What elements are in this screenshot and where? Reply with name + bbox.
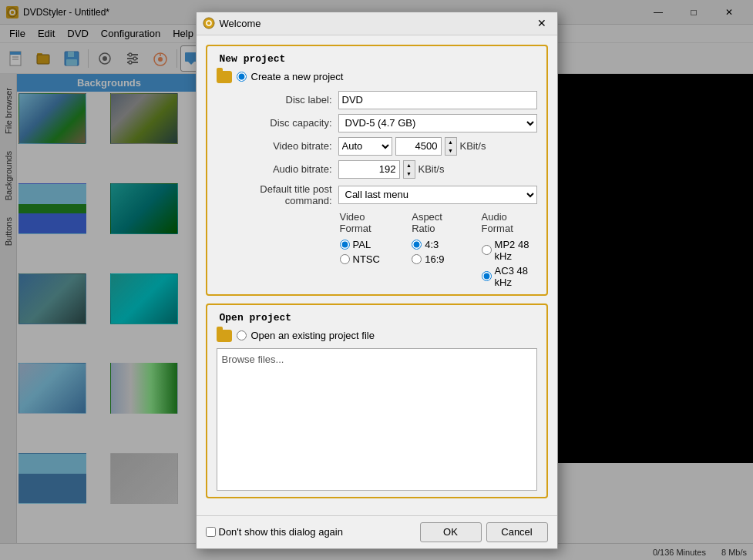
audio-bitrate-spinner: ▲ ▼: [403, 160, 415, 179]
new-project-label: New project: [217, 53, 289, 65]
4x3-radio-row: 4:3: [412, 239, 458, 250]
audio-bitrate-down[interactable]: ▼: [404, 169, 415, 178]
4x3-label[interactable]: 4:3: [425, 239, 439, 250]
dialog-footer: Don't show this dialog again OK Cancel: [197, 515, 557, 548]
format-options-row: Video Format PAL NTSC Aspect Ratio: [340, 211, 537, 288]
video-bitrate-text: Video bitrate:: [217, 140, 332, 152]
create-radio-label[interactable]: Create a new project: [251, 71, 344, 82]
aspect-ratio-16x9-radio[interactable]: [412, 254, 422, 264]
audio-bitrate-unit: KBit/s: [419, 163, 445, 175]
svg-point-24: [203, 18, 214, 29]
dont-show-label[interactable]: Don't show this dialog again: [219, 526, 343, 538]
open-project-label: Open project: [217, 312, 295, 324]
16x9-label[interactable]: 16:9: [425, 253, 444, 265]
ac3-label[interactable]: AC3 48 kHz: [495, 265, 537, 288]
mp2-radio[interactable]: [482, 245, 492, 255]
video-format-group: Video Format PAL NTSC: [340, 211, 389, 265]
audio-format-label: Audio Format: [482, 211, 537, 234]
footer-buttons: OK Cancel: [420, 522, 548, 542]
ntsc-radio-row: NTSC: [340, 253, 389, 265]
dont-show-row: Don't show this dialog again: [206, 526, 343, 538]
aspect-ratio-group: Aspect Ratio 4:3 16:9: [412, 211, 458, 265]
create-radio-row: Create a new project: [217, 71, 537, 83]
ok-button[interactable]: OK: [420, 522, 482, 542]
modal-overlay: Welcome ✕ New project Create a new proje…: [0, 0, 753, 560]
post-command-text: Default title post command:: [217, 183, 332, 206]
cancel-button[interactable]: Cancel: [486, 522, 548, 542]
audio-bitrate-input[interactable]: [338, 160, 400, 179]
ac3-radio-row: AC3 48 kHz: [482, 265, 537, 288]
aspect-ratio-4x3-radio[interactable]: [412, 240, 422, 250]
video-format-label: Video Format: [340, 211, 389, 234]
disc-label-row: Disc label:: [217, 91, 537, 109]
video-bitrate-controls: Auto CBR ▲ ▼ KBit/s: [338, 137, 537, 156]
open-project-icon: [217, 330, 232, 342]
disc-label-input[interactable]: [338, 91, 537, 109]
post-command-row: Default title post command: Call last me…: [217, 183, 537, 206]
pal-radio-row: PAL: [340, 239, 389, 250]
ntsc-label[interactable]: NTSC: [353, 253, 380, 265]
open-radio-label[interactable]: Open an existing project file: [251, 330, 375, 341]
video-bitrate-input[interactable]: [395, 137, 442, 156]
video-bitrate-row: Video bitrate: Auto CBR ▲ ▼ KBit/s: [217, 137, 537, 156]
16x9-radio-row: 16:9: [412, 253, 458, 265]
mp2-label[interactable]: MP2 48 kHz: [495, 239, 537, 262]
audio-format-group: Audio Format MP2 48 kHz AC3 48 kHz: [482, 211, 537, 288]
ac3-radio[interactable]: [482, 271, 492, 281]
dialog-title-icon: [203, 17, 215, 29]
browse-placeholder: Browse files...: [222, 354, 284, 365]
post-command-select[interactable]: Call last menu: [338, 186, 537, 204]
dialog-title-text: Welcome: [220, 18, 261, 29]
video-bitrate-up[interactable]: ▲: [445, 138, 456, 146]
aspect-ratio-label: Aspect Ratio: [412, 211, 458, 234]
pal-radio[interactable]: [340, 240, 350, 250]
disc-capacity-select[interactable]: DVD-5 (4.7 GB) DVD-9 (8.5 GB): [338, 114, 537, 132]
welcome-dialog: Welcome ✕ New project Create a new proje…: [196, 12, 558, 549]
new-project-section: New project Create a new project Disc la…: [206, 45, 548, 296]
video-bitrate-unit: KBit/s: [460, 140, 486, 152]
open-project-section: Open project Open an existing project fi…: [206, 303, 548, 498]
audio-bitrate-row: Audio bitrate: ▲ ▼ KBit/s: [217, 160, 537, 179]
disc-capacity-text: Disc capacity:: [217, 117, 332, 129]
new-project-icon: [217, 71, 232, 83]
open-header-row: Open an existing project file: [217, 330, 537, 342]
audio-bitrate-up[interactable]: ▲: [404, 161, 415, 169]
create-radio[interactable]: [237, 72, 247, 82]
open-radio[interactable]: [237, 330, 247, 340]
audio-bitrate-controls: ▲ ▼ KBit/s: [338, 160, 537, 179]
dialog-close-button[interactable]: ✕: [533, 14, 551, 32]
dialog-title-bar: Welcome ✕: [197, 12, 557, 35]
video-bitrate-mode-select[interactable]: Auto CBR: [338, 137, 392, 156]
audio-bitrate-text: Audio bitrate:: [217, 163, 332, 175]
disc-capacity-row: Disc capacity: DVD-5 (4.7 GB) DVD-9 (8.5…: [217, 114, 537, 132]
dialog-title-left: Welcome: [203, 17, 261, 29]
dont-show-checkbox[interactable]: [206, 527, 216, 537]
disc-label-text: Disc label:: [217, 94, 332, 106]
video-bitrate-down[interactable]: ▼: [445, 146, 456, 155]
video-bitrate-spinner: ▲ ▼: [445, 137, 457, 156]
file-browse-area[interactable]: Browse files...: [217, 348, 537, 491]
dialog-body: New project Create a new project Disc la…: [197, 35, 557, 515]
pal-label[interactable]: PAL: [353, 239, 371, 250]
ntsc-radio[interactable]: [340, 254, 350, 264]
mp2-radio-row: MP2 48 kHz: [482, 239, 537, 262]
